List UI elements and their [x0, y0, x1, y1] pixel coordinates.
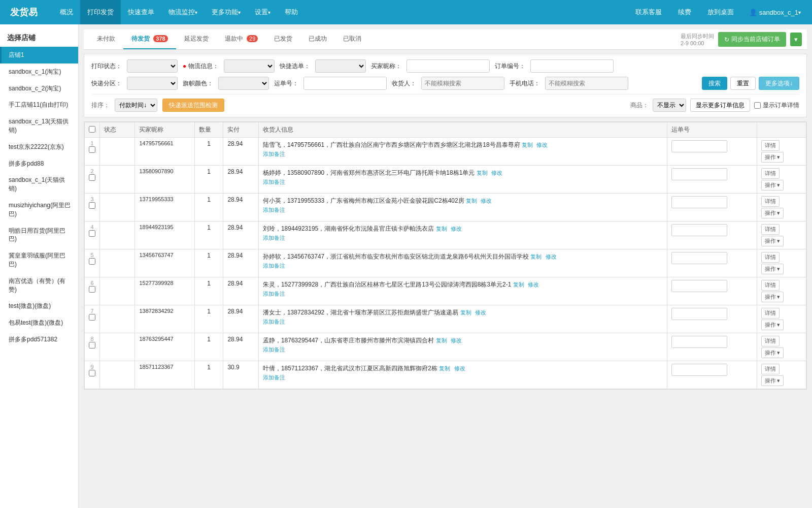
- ops-button[interactable]: 操作 ▾: [761, 208, 784, 218]
- detail-button[interactable]: 详情: [761, 336, 780, 346]
- detail-button[interactable]: 详情: [761, 140, 780, 151]
- add-note-link[interactable]: 添加备注: [263, 346, 663, 354]
- edit-link[interactable]: 修改: [451, 226, 462, 232]
- show-detail-checkbox[interactable]: [754, 102, 761, 109]
- detail-button[interactable]: 详情: [761, 196, 780, 207]
- receiver-input[interactable]: [421, 77, 504, 90]
- copy-link[interactable]: 复制: [436, 226, 447, 232]
- waybill-number-input[interactable]: [671, 308, 727, 320]
- sidebar-item-shop1[interactable]: 店铺1: [0, 47, 78, 64]
- tab-cancelled[interactable]: 已取消: [335, 29, 369, 49]
- edit-link[interactable]: 修改: [451, 337, 462, 343]
- nav-logistics[interactable]: 物流监控: [161, 0, 205, 24]
- sync-btn[interactable]: ↻ 同步当前店铺订单: [718, 32, 786, 47]
- row-checkbox[interactable]: [89, 202, 95, 209]
- sidebar-item-shop10[interactable]: 明皓日用百货(阿里巴巴): [0, 223, 78, 248]
- ops-button[interactable]: 操作 ▾: [761, 152, 784, 163]
- nav-more-features[interactable]: 更多功能: [205, 0, 248, 24]
- edit-link[interactable]: 修改: [528, 281, 539, 288]
- sidebar-item-shop13[interactable]: test(微盘)(微盘): [0, 298, 78, 314]
- add-note-link[interactable]: 添加备注: [263, 234, 663, 242]
- ops-button[interactable]: 操作 ▾: [761, 236, 784, 246]
- search-button[interactable]: 搜索: [702, 77, 727, 90]
- add-note-link[interactable]: 添加备注: [263, 290, 663, 298]
- add-note-link[interactable]: 添加备注: [263, 206, 663, 214]
- waybill-number-input[interactable]: [671, 140, 727, 152]
- order-no-input[interactable]: [530, 59, 614, 73]
- ops-button[interactable]: 操作 ▾: [761, 320, 784, 330]
- detail-button[interactable]: 详情: [761, 224, 780, 235]
- reset-button[interactable]: 重置: [730, 77, 756, 90]
- logistics-select[interactable]: [224, 59, 275, 73]
- edit-link[interactable]: 修改: [536, 142, 548, 148]
- ops-button[interactable]: 操作 ▾: [761, 292, 784, 302]
- tab-unpaid[interactable]: 未付款: [89, 29, 123, 49]
- quick-select-select[interactable]: [315, 59, 366, 73]
- copy-link[interactable]: 复制: [460, 309, 471, 315]
- add-note-link[interactable]: 添加备注: [263, 178, 663, 186]
- ops-button[interactable]: 操作 ▾: [761, 375, 784, 386]
- copy-link[interactable]: 复制: [439, 365, 450, 371]
- waybill-number-input[interactable]: [671, 336, 727, 348]
- show-detail-checkbox-label[interactable]: 显示订单详情: [754, 101, 799, 110]
- copy-link[interactable]: 复制: [530, 253, 542, 260]
- detail-button[interactable]: 详情: [761, 308, 780, 319]
- sidebar-item-shop6[interactable]: test京东22222(京东): [0, 139, 78, 155]
- sidebar-item-shop8[interactable]: sandbox_c_1(天猫供销): [0, 172, 78, 197]
- detail-button[interactable]: 详情: [761, 280, 780, 291]
- express-cat-select[interactable]: [127, 77, 178, 90]
- goods-select[interactable]: 不显示: [653, 99, 686, 112]
- waybill-number-input[interactable]: [671, 252, 727, 264]
- flag-color-select[interactable]: [218, 77, 269, 90]
- nav-help[interactable]: 帮助: [278, 0, 305, 24]
- edit-link[interactable]: 修改: [546, 253, 557, 260]
- nav-overview[interactable]: 概况: [53, 0, 80, 24]
- detail-button[interactable]: 详情: [761, 168, 780, 179]
- sidebar-item-shop2[interactable]: sandbox_c_1(淘宝): [0, 64, 78, 80]
- row-checkbox[interactable]: [89, 258, 95, 265]
- nav-print-ship[interactable]: 打印发货: [80, 0, 121, 24]
- sidebar-item-shop12[interactable]: 南宫优选（有赞）(有赞): [0, 273, 78, 298]
- sidebar-item-shop4[interactable]: 手工店铺11(自由打印): [0, 97, 78, 113]
- phone-input[interactable]: [545, 77, 628, 90]
- sync-btn-dropdown[interactable]: ▾: [790, 33, 802, 46]
- sort-select[interactable]: 付款时间↓: [115, 99, 157, 112]
- waybill-input[interactable]: [303, 77, 387, 90]
- waybill-number-input[interactable]: [671, 364, 727, 376]
- row-checkbox[interactable]: [89, 230, 95, 237]
- tab-pending-ship[interactable]: 待发货 378: [123, 29, 176, 49]
- nav-user[interactable]: 👤 sandbox_c_1: [743, 9, 807, 16]
- copy-link[interactable]: 复制: [436, 337, 447, 343]
- nav-settings[interactable]: 设置: [248, 0, 278, 24]
- sidebar-item-shop11[interactable]: 冀皇童羽绒服(阿里巴巴): [0, 247, 78, 273]
- detail-button[interactable]: 详情: [761, 364, 780, 374]
- detect-range-button[interactable]: 快递派送范围检测: [162, 99, 224, 112]
- more-options-button[interactable]: 更多选项↓: [759, 77, 799, 90]
- copy-link[interactable]: 复制: [513, 281, 524, 288]
- row-checkbox[interactable]: [89, 342, 95, 348]
- edit-link[interactable]: 修改: [454, 365, 465, 371]
- sidebar-item-shop9[interactable]: musizhiyichang(阿里巴巴): [0, 197, 78, 223]
- copy-link[interactable]: 复制: [477, 170, 488, 176]
- sidebar-item-shop3[interactable]: sandbox_c_2(淘宝): [0, 80, 78, 97]
- sidebar-item-shop15[interactable]: 拼多多pdd571382: [0, 331, 78, 348]
- nav-desktop[interactable]: 放到桌面: [700, 0, 741, 24]
- waybill-number-input[interactable]: [671, 168, 727, 180]
- ops-button[interactable]: 操作 ▾: [761, 180, 784, 190]
- edit-link[interactable]: 修改: [481, 198, 492, 204]
- copy-link[interactable]: 复制: [466, 198, 477, 204]
- tab-refunding[interactable]: 退款中 29: [217, 29, 266, 49]
- waybill-number-input[interactable]: [671, 224, 727, 236]
- select-all-checkbox[interactable]: [89, 126, 95, 133]
- nav-renew[interactable]: 续费: [671, 0, 698, 24]
- detail-button[interactable]: 详情: [761, 252, 780, 263]
- ops-button[interactable]: 操作 ▾: [761, 264, 784, 274]
- tab-success[interactable]: 已成功: [300, 29, 335, 49]
- buyer-nickname-input[interactable]: [407, 59, 490, 73]
- nav-contact[interactable]: 联系客服: [628, 0, 669, 24]
- edit-link[interactable]: 修改: [491, 170, 502, 176]
- sidebar-item-shop14[interactable]: 包易test(微盘)(微盘): [0, 314, 78, 331]
- edit-link[interactable]: 修改: [475, 309, 486, 315]
- waybill-number-input[interactable]: [671, 196, 727, 208]
- row-checkbox[interactable]: [89, 314, 95, 321]
